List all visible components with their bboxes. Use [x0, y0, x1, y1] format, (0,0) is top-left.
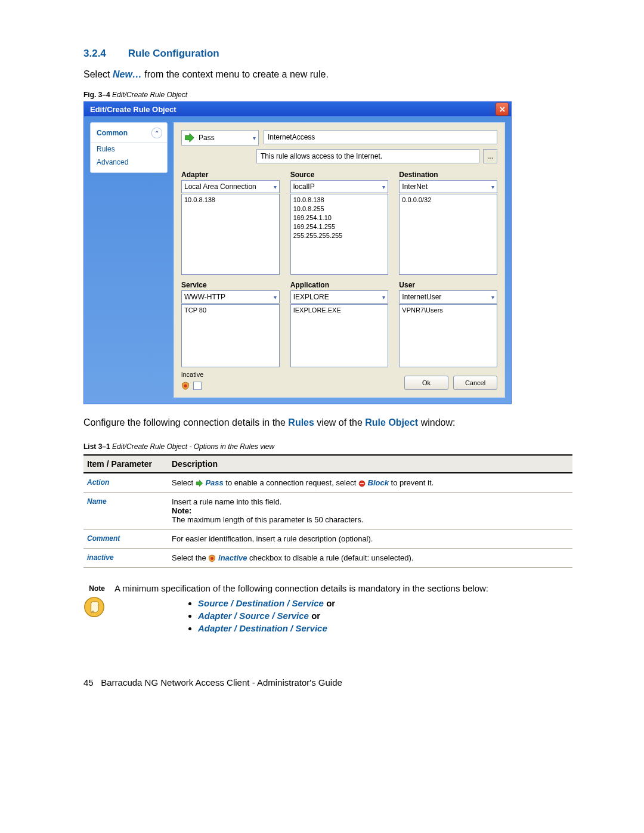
- table-row: inactive Select the inactive checkbox to…: [83, 549, 572, 568]
- pass-arrow-icon: [184, 132, 195, 143]
- svg-point-0: [184, 384, 187, 387]
- note-bullets: Source / Destination / Service or Adapte…: [174, 598, 572, 633]
- application-label: Application: [290, 281, 389, 289]
- adapter-label: Adapter: [181, 171, 280, 179]
- table-row: Action Select Pass to enable a connectio…: [83, 473, 572, 493]
- chevron-down-icon: ▾: [382, 294, 385, 301]
- service-label: Service: [181, 281, 280, 289]
- destination-label: Destination: [399, 171, 497, 179]
- inactive-label: incative: [181, 371, 203, 378]
- chevron-down-icon: ▾: [491, 184, 494, 190]
- section-number: 3.2.4: [83, 48, 125, 60]
- table-row: Comment For easier identification, inser…: [83, 529, 572, 549]
- note-text: A minimum specification of the following…: [114, 583, 572, 593]
- page-number: 45: [83, 677, 94, 688]
- service-listbox[interactable]: TCP 80: [181, 304, 280, 367]
- adapter-listbox[interactable]: 10.0.8.138: [181, 194, 280, 275]
- service-dropdown[interactable]: WWW-HTTP ▾: [181, 290, 280, 304]
- user-listbox[interactable]: VPNR7\Users: [399, 304, 497, 367]
- page-footer: 45 Barracuda NG Network Access Client - …: [83, 677, 572, 688]
- source-listbox[interactable]: 10.0.8.138 10.0.8.255 169.254.1.10 169.2…: [290, 194, 389, 275]
- main-panel: Pass ▾ InternetAccess This rule allows a…: [174, 122, 505, 398]
- comment-input[interactable]: This rule allows access to the Internet.: [256, 149, 479, 163]
- shield-icon: [208, 555, 216, 562]
- chevron-down-icon: ▾: [274, 294, 277, 301]
- shield-icon: [181, 382, 190, 390]
- svg-rect-2: [360, 483, 364, 484]
- section-heading: 3.2.4 Rule Configuration: [83, 48, 572, 60]
- col-item: Item / Parameter: [83, 455, 168, 473]
- parameters-table: Item / Parameter Description Action Sele…: [83, 454, 572, 568]
- svg-point-3: [211, 557, 214, 560]
- note-label: Note: [83, 584, 105, 593]
- note-icon: [83, 596, 105, 618]
- collapse-icon[interactable]: ⌃: [151, 128, 162, 138]
- close-button[interactable]: ✕: [496, 103, 509, 116]
- chevron-down-icon: ▾: [274, 184, 277, 190]
- after-figure-text: Configure the following connection detai…: [83, 417, 572, 428]
- list-caption: List 3–1 Edit/Create Rule Object - Optio…: [83, 442, 572, 451]
- table-row: Name Insert a rule name into this field.…: [83, 493, 572, 529]
- pass-arrow-icon: [196, 479, 203, 487]
- destination-listbox[interactable]: 0.0.0.0/32: [399, 194, 497, 275]
- sidebar-item-rules[interactable]: Rules: [91, 143, 167, 156]
- bullet-item: Adapter / Source / Service or: [198, 611, 572, 621]
- new-ref: New…: [113, 69, 142, 79]
- note-block: Note A minimum specification of the foll…: [83, 583, 572, 636]
- application-listbox[interactable]: IEXPLORE.EXE: [290, 304, 389, 367]
- block-icon: [358, 480, 366, 487]
- chevron-down-icon: ▾: [491, 294, 494, 301]
- section-title: Rule Configuration: [128, 48, 219, 59]
- ruleobj-ref: Rule Object: [365, 417, 418, 428]
- sidebar-item-advanced[interactable]: Advanced: [91, 156, 167, 169]
- inactive-checkbox[interactable]: [193, 382, 202, 390]
- ellipsis-button[interactable]: ...: [483, 149, 497, 163]
- col-desc: Description: [168, 455, 572, 473]
- figure-caption: Fig. 3–4 Edit/Create Rule Object: [83, 91, 572, 99]
- chevron-down-icon: ▾: [382, 184, 385, 190]
- source-dropdown[interactable]: localIP ▾: [290, 180, 389, 193]
- sidebar: Common ⌃ Rules Advanced: [90, 122, 168, 398]
- cancel-button[interactable]: Cancel: [453, 376, 497, 390]
- intro-text: Select New… from the context menu to cre…: [83, 69, 572, 80]
- titlebar: Edit/Create Rule Object ✕: [84, 102, 511, 116]
- adapter-dropdown[interactable]: Local Area Connection ▾: [181, 180, 280, 193]
- chevron-down-icon: ▾: [253, 135, 256, 141]
- bullet-item: Source / Destination / Service or: [198, 598, 572, 608]
- dialog-title: Edit/Create Rule Object: [90, 105, 176, 114]
- user-dropdown[interactable]: InternetUser ▾: [399, 290, 497, 304]
- close-icon: ✕: [499, 105, 506, 114]
- source-label: Source: [290, 171, 389, 179]
- rules-ref: Rules: [288, 417, 314, 428]
- dialog-window: Edit/Create Rule Object ✕ Common ⌃ Rules…: [83, 101, 512, 404]
- sidebar-header[interactable]: Common ⌃: [91, 126, 167, 143]
- user-label: User: [399, 281, 497, 289]
- ok-button[interactable]: Ok: [404, 376, 448, 390]
- action-dropdown[interactable]: Pass ▾: [181, 130, 259, 145]
- bullet-item: Adapter / Destination / Service: [198, 623, 572, 633]
- footer-title: Barracuda NG Network Access Client - Adm…: [101, 677, 342, 688]
- rule-name-input[interactable]: InternetAccess: [264, 130, 497, 144]
- application-dropdown[interactable]: IEXPLORE ▾: [290, 290, 389, 304]
- destination-dropdown[interactable]: InterNet ▾: [399, 180, 497, 193]
